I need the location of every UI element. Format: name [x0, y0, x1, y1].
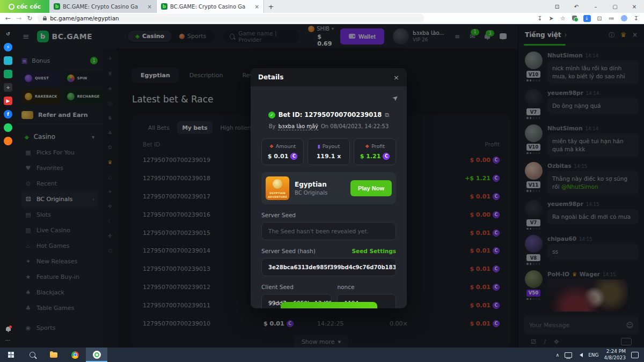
- thumbnail-caption: EGYPTIAN ADVENTURE: [267, 191, 288, 198]
- by-label: By: [269, 123, 276, 130]
- share-icon[interactable]: ➤: [391, 93, 400, 103]
- history-icon[interactable]: ↺: [4, 29, 12, 38]
- game-card: EGYPTIAN ADVENTURE Egyptian BC Originals…: [261, 172, 396, 204]
- add-app-icon[interactable]: +: [4, 83, 12, 92]
- browser-tab-2[interactable]: BC.GAME: Crypto Casino Ga ×: [157, 0, 264, 13]
- clock-time: 2:24 PM: [604, 349, 626, 355]
- reading-list-icon[interactable]: ≔: [609, 15, 614, 22]
- bcgame-favicon: [161, 3, 167, 10]
- stat-profit: ❖Profit $ 1.21C: [354, 138, 396, 165]
- network-icon[interactable]: [565, 352, 572, 358]
- bookmark-star-icon[interactable]: ☆: [560, 15, 566, 22]
- file-explorer[interactable]: [43, 348, 64, 362]
- game-provider: BC Originals: [295, 190, 327, 196]
- lock-icon: [43, 18, 47, 20]
- coccoc-sidebar-bottom: ⋯: [5, 327, 11, 343]
- reload-icon[interactable]: ↻: [27, 14, 32, 22]
- browser-tab-1[interactable]: BC.GAME: Crypto Casino Ga ×: [49, 0, 157, 13]
- search-tabs-icon[interactable]: ⊡: [547, 4, 567, 10]
- more-icon[interactable]: ⋯: [5, 337, 11, 343]
- bcgame-app: ≡ BC.GAME ◆ Casino Sports Game name | Pr…: [16, 24, 644, 348]
- save-page-icon[interactable]: ↧: [537, 15, 542, 22]
- profile-icon[interactable]: [621, 15, 627, 21]
- server-seed-hash-field[interactable]: 3e28bca6313de985f399bd4c9c76d70b183160e9…: [261, 258, 396, 276]
- maximize-icon[interactable]: ▢: [605, 4, 625, 10]
- modal-header: Details ×: [251, 68, 407, 86]
- hidden-icons-caret[interactable]: ∧: [556, 352, 560, 358]
- search-icon: [30, 352, 35, 358]
- bet-stats: ❖Amount $ 0.01C ▮Payout 119.1 x ❖Profit …: [261, 138, 396, 165]
- downloads-icon[interactable]: ↧: [634, 15, 639, 22]
- facebook-icon[interactable]: f: [4, 110, 12, 119]
- download-manager-icon[interactable]: ↓: [583, 15, 591, 22]
- bcgame-favicon: [54, 3, 60, 10]
- client-seed-label: Client Seed: [261, 284, 332, 290]
- coin-icon: C: [383, 153, 390, 160]
- server-seed-label: Server Seed: [261, 212, 396, 218]
- verify-button[interactable]: Verify: [281, 302, 377, 308]
- bet-id-text: Bet ID: 127950700700239018: [279, 111, 382, 119]
- coccoc-sidebar: ↺⚡+▶f ⋯: [0, 24, 16, 348]
- clock-date: 4/8/2023: [604, 355, 626, 361]
- chrome-app[interactable]: [64, 348, 86, 362]
- windows-icon: [8, 352, 14, 358]
- youtube-icon[interactable]: ▶: [4, 97, 12, 105]
- tab-close-icon[interactable]: ×: [148, 4, 152, 10]
- coccoc-logo[interactable]: cốc cốc: [0, 0, 49, 13]
- stat-amount: ❖Amount $ 0.01C: [261, 138, 304, 165]
- taskbar-search[interactable]: [21, 348, 43, 362]
- server-seed-hash-label: Server Seed (hash): [261, 248, 316, 254]
- app-orange-icon[interactable]: [4, 137, 12, 145]
- nonce-label: nonce: [337, 284, 396, 290]
- bet-details-modal: Details × ➤ ✓ Bet ID: 127950700700239018…: [251, 68, 407, 308]
- language-indicator[interactable]: ENG: [588, 352, 598, 358]
- browser-actions: ↧ ➤ ☆ ↓ ⊡ ≔ ↧: [537, 15, 639, 22]
- address-bar-row: ← → ↻ bc.game/game/egyptian ↧ ➤ ☆ ↓ ⊡ ≔ …: [0, 13, 644, 24]
- messenger-icon[interactable]: ⚡: [4, 43, 12, 51]
- app-green-icon[interactable]: [4, 70, 12, 78]
- egyptian-thumbnail[interactable]: EGYPTIAN ADVENTURE: [266, 176, 289, 200]
- back-icon[interactable]: ←: [5, 14, 11, 22]
- profit-icon: ❖: [365, 144, 369, 149]
- screen: cốc cốc BC.GAME: Crypto Casino Ga × BC.G…: [0, 0, 644, 362]
- close-icon[interactable]: ×: [625, 4, 644, 10]
- coccoc-brand-text: cốc cốc: [17, 3, 41, 10]
- minimize-icon[interactable]: –: [586, 4, 605, 10]
- address-bar[interactable]: bc.game/game/egyptian: [38, 14, 424, 23]
- modal-title: Details: [258, 73, 283, 81]
- copy-icon[interactable]: ⧉: [385, 112, 389, 119]
- server-seed-field[interactable]: The Seed hasn't been revealed yet.: [261, 222, 396, 240]
- start-button[interactable]: [0, 348, 21, 362]
- payout-icon: ▮: [318, 144, 320, 149]
- whatsapp-icon[interactable]: [4, 123, 12, 132]
- tab-title: BC.GAME: Crypto Casino Ga: [170, 4, 252, 10]
- taskbar-clock[interactable]: 2:24 PM 4/8/2023: [604, 349, 626, 361]
- app-teal-icon[interactable]: [4, 56, 12, 65]
- amount-icon: ❖: [269, 144, 274, 149]
- shield-icon[interactable]: [572, 16, 577, 21]
- seed-settings-link[interactable]: Seed Settings: [352, 248, 396, 254]
- stat-payout: ▮Payout 119.1 x: [308, 138, 350, 165]
- notifications-bell-icon[interactable]: [6, 327, 11, 331]
- coccoc-app-icons: ↺⚡+▶f: [4, 29, 12, 145]
- share-icon[interactable]: ➤: [548, 15, 553, 22]
- new-tab-button[interactable]: +: [264, 3, 278, 11]
- extensions-puzzle-icon[interactable]: ⊡: [597, 15, 602, 22]
- folder-icon: [50, 352, 57, 358]
- verified-check-icon: ✓: [268, 112, 275, 119]
- coccoc-app[interactable]: [86, 348, 107, 362]
- forward-icon[interactable]: →: [16, 14, 21, 22]
- game-title: Egyptian: [295, 181, 327, 188]
- volume-icon[interactable]: [577, 353, 583, 357]
- system-tray: ∧ ENG 2:24 PM 4/8/2023: [556, 349, 644, 361]
- modal-close-icon[interactable]: ×: [393, 73, 399, 82]
- tab-close-icon[interactable]: ×: [255, 4, 259, 10]
- bet-username-link[interactable]: Ьзxba Ɩào ɱâỹ: [278, 123, 318, 130]
- play-now-button[interactable]: Play Now: [350, 180, 392, 196]
- action-center-icon[interactable]: [631, 352, 639, 358]
- windows-taskbar: ∧ ENG 2:24 PM 4/8/2023: [0, 348, 644, 362]
- window-controls: ⊡ ↶ – ▢ ×: [547, 0, 644, 13]
- reopen-tab-icon[interactable]: ↶: [567, 4, 586, 10]
- browser-tab-bar: cốc cốc BC.GAME: Crypto Casino Ga × BC.G…: [0, 0, 644, 13]
- url-text: bc.game/game/egyptian: [50, 15, 119, 21]
